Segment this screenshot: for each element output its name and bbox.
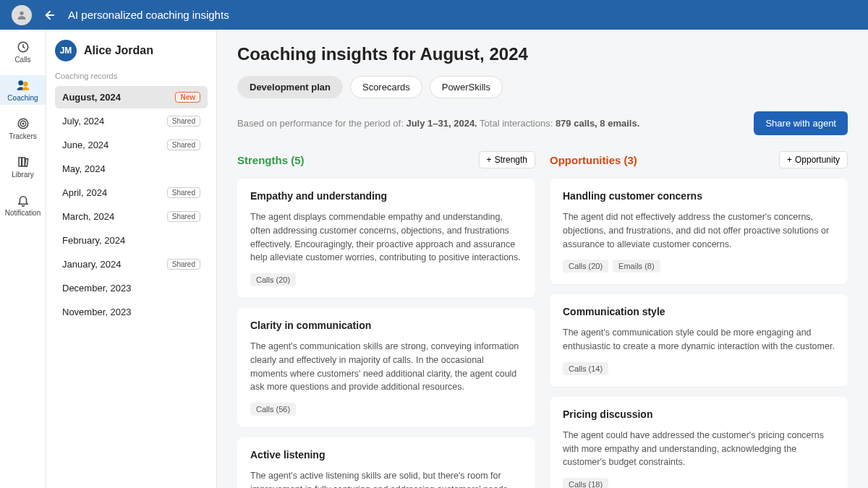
plus-icon: + (787, 155, 792, 165)
record-item[interactable]: March, 2024Shared (55, 205, 208, 228)
add-strength-label: Strength (495, 155, 527, 165)
rail-item-notification[interactable]: Notification (0, 190, 46, 220)
rail-item-trackers[interactable]: Trackers (0, 114, 46, 143)
opportunity-card[interactable]: Communication styleThe agent's communica… (550, 294, 848, 387)
rail-item-library[interactable]: Library (0, 152, 46, 181)
records-section-label: Coaching records (55, 72, 208, 80)
add-strength-button[interactable]: + Strength (479, 151, 535, 168)
agent-avatar: JM (55, 40, 77, 61)
meta-interactions: 879 calls, 8 emails. (556, 118, 639, 129)
person-icon (16, 9, 27, 21)
record-month: April, 2024 (62, 187, 107, 198)
card-body: The agent's communication style could be… (563, 326, 835, 354)
record-item[interactable]: May, 2024 (55, 158, 208, 180)
card-chips: Calls (20)Emails (8) (563, 260, 835, 273)
coaching-icon (16, 78, 30, 93)
strength-card[interactable]: Clarity in communicationThe agent's comm… (237, 308, 535, 427)
rail-label: Notification (5, 209, 41, 217)
record-item[interactable]: January, 2024Shared (55, 253, 208, 275)
card-title: Pricing discussion (563, 408, 835, 420)
tab-development-plan[interactable]: Development plan (237, 76, 343, 98)
evidence-chip[interactable]: Calls (18) (563, 478, 608, 488)
record-month: January, 2024 (62, 259, 121, 270)
record-badge: Shared (167, 259, 200, 270)
card-body: The agent's active listening skills are … (250, 469, 522, 488)
card-chips: Calls (18) (563, 478, 835, 488)
record-badge: Shared (167, 187, 200, 198)
sidebar: JM Alice Jordan Coaching records August,… (46, 30, 217, 488)
record-item[interactable]: August, 2024New (55, 86, 208, 108)
topbar: AI personalized coaching insights (0, 0, 868, 30)
strengths-title: Strengths (5) (237, 154, 305, 166)
card-chips: Calls (20) (250, 273, 522, 286)
card-title: Handling customer concerns (563, 190, 835, 202)
svg-rect-9 (22, 158, 25, 166)
meta-interactions-prefix: Total interactions: (477, 118, 556, 129)
opportunities-column: Opportunities (3) + Opportunity Handling… (550, 151, 848, 488)
svg-rect-8 (19, 158, 22, 166)
strength-card[interactable]: Active listeningThe agent's active liste… (237, 437, 535, 488)
main-content: Coaching insights for August, 2024 Devel… (217, 30, 868, 488)
strengths-column: Strengths (5) + Strength Empathy and und… (237, 151, 535, 488)
record-month: June, 2024 (62, 140, 109, 150)
record-month: November, 2023 (62, 307, 131, 317)
rail-item-calls[interactable]: Calls (0, 37, 46, 67)
books-icon (16, 155, 30, 169)
svg-point-0 (20, 11, 23, 14)
agent-row[interactable]: JM Alice Jordan (55, 40, 208, 61)
opportunities-header: Opportunities (3) + Opportunity (550, 151, 848, 168)
svg-point-7 (22, 123, 24, 124)
record-item[interactable]: April, 2024Shared (55, 181, 208, 204)
page-title: Coaching insights for August, 2024 (237, 44, 848, 64)
strength-card[interactable]: Empathy and understandingThe agent displ… (237, 179, 535, 298)
card-title: Communication style (563, 306, 835, 317)
svg-point-3 (18, 80, 23, 85)
arrow-left-icon (43, 9, 56, 22)
record-month: August, 2024 (62, 92, 121, 103)
nav-rail: CallsCoachingTrackersLibraryNotification (0, 30, 46, 488)
svg-point-4 (23, 82, 28, 87)
columns: Strengths (5) + Strength Empathy and und… (237, 151, 848, 488)
record-month: May, 2024 (62, 163, 106, 174)
card-chips: Calls (56) (250, 403, 522, 416)
rail-item-coaching[interactable]: Coaching (0, 75, 46, 105)
opportunity-card[interactable]: Handling customer concernsThe agent did … (550, 179, 848, 284)
card-body: The agent could have addressed the custo… (563, 429, 835, 469)
rail-label: Library (12, 171, 34, 179)
records-list: August, 2024NewJuly, 2024SharedJune, 202… (55, 86, 208, 323)
card-body: The agent displays commendable empathy a… (250, 210, 522, 265)
evidence-chip[interactable]: Calls (56) (250, 403, 296, 416)
clock-icon (16, 40, 30, 54)
add-opportunity-button[interactable]: + Opportunity (779, 151, 848, 168)
share-button[interactable]: Share with agent (754, 111, 848, 135)
record-month: July, 2024 (62, 116, 104, 127)
card-chips: Calls (14) (563, 362, 835, 375)
rail-label: Trackers (9, 132, 37, 140)
record-badge: Shared (167, 140, 200, 150)
add-opportunity-label: Opportunity (795, 155, 840, 165)
opportunity-card[interactable]: Pricing discussionThe agent could have a… (550, 397, 848, 488)
svg-rect-10 (25, 158, 27, 166)
back-button[interactable] (43, 9, 56, 22)
user-avatar[interactable] (12, 5, 32, 25)
target-icon (16, 116, 30, 131)
meta-text: Based on performance for the period of: … (237, 118, 639, 129)
rail-label: Calls (14, 56, 30, 64)
meta-row: Based on performance for the period of: … (237, 111, 848, 135)
tab-powerskills[interactable]: PowerSkills (430, 76, 503, 98)
evidence-chip[interactable]: Emails (8) (613, 260, 660, 273)
evidence-chip[interactable]: Calls (20) (563, 260, 608, 273)
agent-name: Alice Jordan (84, 44, 153, 57)
evidence-chip[interactable]: Calls (14) (563, 362, 608, 375)
opportunities-title: Opportunities (3) (550, 154, 637, 166)
record-item[interactable]: November, 2023 (55, 301, 208, 323)
card-body: The agent did not effectively address th… (563, 210, 835, 251)
evidence-chip[interactable]: Calls (20) (250, 273, 296, 286)
record-item[interactable]: June, 2024Shared (55, 134, 208, 156)
record-item[interactable]: July, 2024Shared (55, 110, 208, 132)
record-month: February, 2024 (62, 235, 125, 246)
record-item[interactable]: February, 2024 (55, 229, 208, 252)
meta-period: July 1–31, 2024. (406, 118, 477, 129)
tab-scorecards[interactable]: Scorecards (350, 76, 422, 98)
record-item[interactable]: December, 2023 (55, 277, 208, 299)
